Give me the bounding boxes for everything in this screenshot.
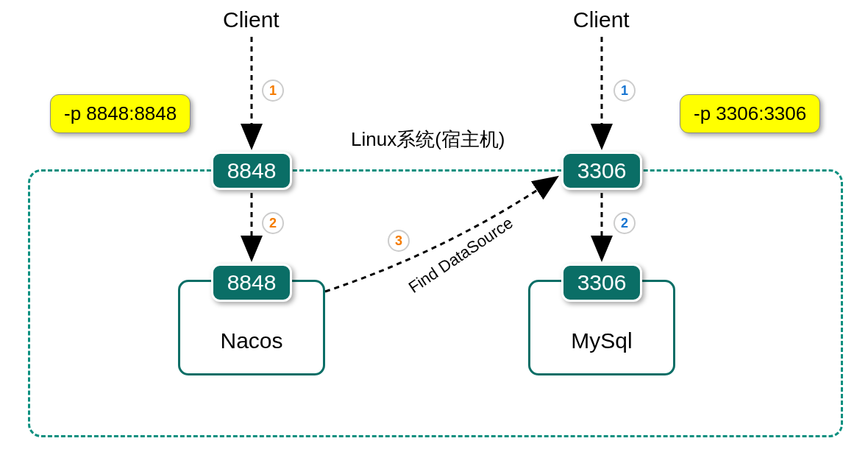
step-badge-left-1: 1 bbox=[262, 80, 284, 102]
system-label: Linux系统(宿主机) bbox=[351, 127, 505, 152]
port-mapping-right: -p 3306:3306 bbox=[680, 94, 820, 133]
client-left-label: Client bbox=[223, 7, 280, 32]
linux-host-box bbox=[28, 169, 843, 437]
container-name-mysql: MySql bbox=[528, 328, 675, 353]
port-mapping-left: -p 8848:8848 bbox=[50, 94, 191, 133]
container-port-right: 3306 bbox=[561, 264, 642, 302]
host-port-left: 8848 bbox=[211, 152, 292, 190]
diagram-stage: Client Client -p 8848:8848 -p 3306:3306 … bbox=[0, 0, 868, 455]
step-badge-right-1: 1 bbox=[613, 80, 636, 102]
host-port-right: 3306 bbox=[561, 152, 642, 190]
container-port-left: 8848 bbox=[211, 264, 292, 302]
step-badge-right-2: 2 bbox=[613, 212, 636, 234]
step-badge-center-3: 3 bbox=[388, 230, 410, 252]
client-right-label: Client bbox=[573, 7, 630, 32]
step-badge-left-2: 2 bbox=[262, 212, 284, 234]
container-name-nacos: Nacos bbox=[178, 328, 325, 353]
